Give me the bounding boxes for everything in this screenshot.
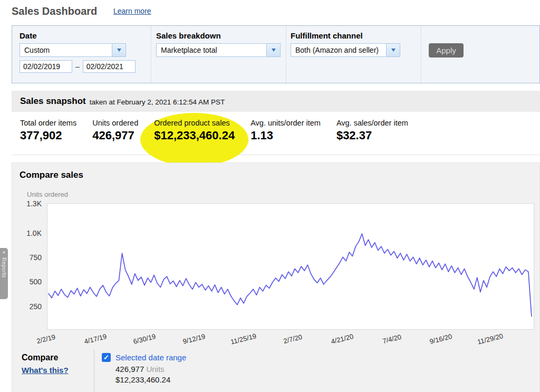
y-tick-label: 250 — [12, 302, 42, 311]
stat-label: Ordered product sales — [154, 119, 235, 127]
y-tick-label: 500 — [12, 278, 42, 286]
stat-value: 1.13 — [250, 129, 321, 142]
date-range-separator: – — [75, 62, 80, 71]
fulfillment-channel-dropdown-button[interactable] — [387, 43, 400, 57]
sales-snapshot-header: Sales snapshot taken at February 2, 2021… — [12, 91, 540, 112]
sales-chart[interactable] — [47, 203, 534, 330]
compare-heading: Compare — [22, 353, 58, 362]
sales-breakdown-select-value[interactable]: Marketplace total — [156, 43, 267, 57]
x-tick-label: 2/2/19 — [36, 333, 56, 345]
date-from-input[interactable] — [20, 60, 72, 73]
snapshot-timestamp: taken at February 2, 2021 6:12:54 AM PST — [90, 97, 225, 106]
y-axis-title: Units ordered — [27, 190, 68, 198]
compare-sales-section: Compare sales Units ordered 1.3K1.0K7505… — [12, 162, 540, 392]
filter-divider — [286, 26, 286, 83]
fulfillment-channel-filter-group: Fulfillment channel Both (Amazon and sel… — [291, 31, 400, 57]
compare-sales-title: Compare sales — [20, 170, 83, 180]
sales-snapshot-title: Sales snapshot — [20, 96, 86, 107]
learn-more-link[interactable]: Learn more — [113, 7, 151, 15]
x-tick-label: 4/21/20 — [330, 332, 354, 346]
reports-side-tab[interactable]: × Reports — [0, 248, 8, 299]
stat-ordered-product-sales: Ordered product sales$12,233,460.24 — [154, 119, 235, 155]
stat-avg-units-order-item: Avg. units/order item1.13 — [250, 119, 321, 155]
x-tick-label: 2/7/20 — [283, 333, 303, 345]
chevron-down-icon — [272, 49, 276, 52]
stat-label: Units ordered — [92, 119, 138, 127]
x-tick-label: 9/16/20 — [429, 332, 453, 346]
sales-breakdown-label: Sales breakdown — [156, 31, 281, 40]
x-tick-label: 4/17/19 — [83, 332, 108, 346]
legend-entry: ✓ Selected date range 426,977 Units $12,… — [102, 353, 186, 384]
units-ordered-line — [49, 234, 532, 316]
legend-units-value: 426,977 Units — [115, 365, 186, 374]
legend-series-label: Selected date range — [115, 353, 186, 362]
y-tick-label: 750 — [12, 253, 42, 262]
stat-total-order-items: Total order items377,902 — [20, 119, 76, 155]
reports-tab-label: Reports — [1, 257, 7, 278]
legend-divider — [94, 350, 94, 392]
date-select-value[interactable]: Custom — [20, 43, 112, 57]
compare-legend-area: Compare What's this? ✓ Selected date ran… — [12, 349, 539, 392]
stat-value: 377,902 — [20, 129, 76, 142]
filter-divider — [421, 26, 421, 83]
filter-panel: Date Custom – Sales breakdown Marketplac… — [12, 25, 540, 83]
sales-dashboard-page: Sales Dashboard Learn more Date Custom –… — [0, 0, 540, 392]
whats-this-link[interactable]: What's this? — [22, 366, 69, 375]
close-icon[interactable]: × — [3, 249, 6, 256]
fulfillment-channel-select[interactable]: Both (Amazon and seller) — [291, 43, 400, 57]
stat-value: $32.37 — [336, 129, 408, 142]
selected-date-range-checkbox[interactable]: ✓ — [102, 353, 111, 362]
snapshot-stats-row: Total order items377,902Units ordered426… — [12, 112, 540, 155]
page-title: Sales Dashboard — [12, 5, 97, 17]
chevron-down-icon — [117, 49, 121, 52]
sales-snapshot-section: Sales snapshot taken at February 2, 2021… — [12, 91, 540, 155]
y-axis-labels: 1.3K1.0K750500250 — [12, 203, 44, 330]
units-suffix: Units — [146, 365, 164, 374]
stat-label: Total order items — [20, 119, 76, 127]
stat-label: Avg. sales/order item — [336, 119, 408, 127]
date-select[interactable]: Custom — [20, 43, 126, 57]
x-tick-label: 9/12/19 — [182, 332, 206, 346]
fulfillment-channel-label: Fulfillment channel — [291, 31, 400, 40]
date-filter-group: Date Custom — [20, 31, 126, 57]
sales-line-chart — [47, 204, 534, 329]
sales-breakdown-filter-group: Sales breakdown Marketplace total — [156, 31, 281, 57]
x-tick-label: 7/4/20 — [381, 333, 402, 345]
stat-avg-sales-order-item: Avg. sales/order item$32.37 — [336, 119, 408, 155]
legend-sales-value: $12,233,460.24 — [115, 375, 186, 384]
stat-units-ordered: Units ordered426,977 — [92, 119, 138, 155]
apply-button[interactable]: Apply — [429, 43, 464, 58]
x-tick-label: 11/29/20 — [477, 332, 504, 346]
x-tick-label: 6/30/19 — [132, 332, 157, 346]
date-to-input[interactable] — [83, 60, 136, 73]
stat-value: $12,233,460.24 — [154, 129, 235, 142]
y-tick-label: 1.3K — [12, 199, 42, 208]
fulfillment-channel-select-value[interactable]: Both (Amazon and seller) — [291, 43, 387, 57]
filter-divider — [151, 26, 151, 83]
date-range-inputs: – — [20, 60, 136, 73]
x-tick-label: 11/25/19 — [229, 332, 257, 346]
date-filter-label: Date — [20, 31, 126, 40]
stat-value: 426,977 — [92, 129, 138, 142]
sales-breakdown-dropdown-button[interactable] — [267, 43, 281, 57]
sales-breakdown-select[interactable]: Marketplace total — [156, 43, 281, 57]
y-tick-label: 1.0K — [12, 229, 42, 237]
stat-label: Avg. units/order item — [250, 119, 321, 127]
date-select-dropdown-button[interactable] — [112, 43, 126, 57]
units-number: 426,977 — [115, 365, 144, 374]
chevron-down-icon — [391, 49, 396, 52]
